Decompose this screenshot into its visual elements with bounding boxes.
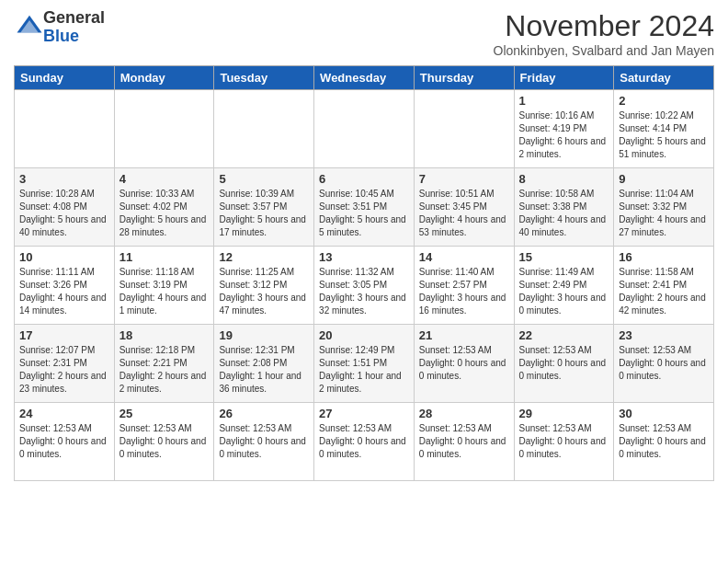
day-number: 1 — [519, 94, 609, 108]
day-number: 25 — [119, 407, 210, 420]
day-info: Sunrise: 11:32 AM Sunset: 3:05 PM Daylig… — [319, 266, 409, 317]
calendar-cell: 11Sunrise: 11:18 AM Sunset: 3:19 PM Dayl… — [114, 247, 214, 325]
day-info: Sunset: 12:53 AM Daylight: 0 hours and 0… — [319, 422, 409, 461]
calendar-week-row: 24Sunset: 12:53 AM Daylight: 0 hours and… — [15, 403, 714, 481]
day-number: 10 — [19, 250, 109, 264]
day-info: Sunset: 12:53 AM Daylight: 0 hours and 0… — [519, 422, 609, 461]
calendar-week-row: 10Sunrise: 11:11 AM Sunset: 3:26 PM Dayl… — [15, 247, 714, 325]
day-of-week-header: Sunday — [15, 66, 115, 90]
calendar-week-row: 3Sunrise: 10:28 AM Sunset: 4:08 PM Dayli… — [15, 168, 714, 247]
month-title: November 2024 — [494, 9, 714, 43]
day-info: Sunrise: 12:49 PM Sunset: 1:51 PM Daylig… — [319, 344, 409, 396]
logo-general: General — [43, 8, 105, 27]
day-number: 9 — [619, 172, 709, 186]
day-number: 23 — [619, 328, 709, 342]
day-info: Sunrise: 11:49 AM Sunset: 2:49 PM Daylig… — [519, 266, 609, 317]
location: Olonkinbyen, Svalbard and Jan Mayen — [494, 43, 714, 58]
calendar-cell: 15Sunrise: 11:49 AM Sunset: 2:49 PM Dayl… — [514, 247, 614, 325]
day-info: Sunrise: 10:58 AM Sunset: 3:38 PM Daylig… — [519, 188, 609, 239]
day-info: Sunrise: 10:51 AM Sunset: 3:45 PM Daylig… — [419, 188, 509, 239]
calendar-cell: 3Sunrise: 10:28 AM Sunset: 4:08 PM Dayli… — [15, 168, 115, 247]
calendar-cell: 9Sunrise: 11:04 AM Sunset: 3:32 PM Dayli… — [614, 168, 714, 247]
day-info: Sunrise: 12:18 PM Sunset: 2:21 PM Daylig… — [119, 344, 210, 396]
day-info: Sunrise: 12:07 PM Sunset: 2:31 PM Daylig… — [19, 344, 109, 396]
day-info: Sunrise: 10:39 AM Sunset: 3:57 PM Daylig… — [219, 188, 309, 239]
day-info: Sunrise: 11:04 AM Sunset: 3:32 PM Daylig… — [619, 188, 709, 239]
day-info: Sunset: 12:53 AM Daylight: 0 hours and 0… — [419, 344, 509, 383]
day-number: 15 — [519, 250, 609, 264]
day-number: 5 — [219, 172, 309, 186]
day-info: Sunrise: 10:16 AM Sunset: 4:19 PM Daylig… — [519, 109, 609, 161]
day-info: Sunrise: 11:58 AM Sunset: 2:41 PM Daylig… — [619, 266, 709, 317]
day-info: Sunrise: 11:18 AM Sunset: 3:19 PM Daylig… — [119, 266, 210, 317]
day-number: 22 — [519, 328, 609, 342]
calendar-cell: 10Sunrise: 11:11 AM Sunset: 3:26 PM Dayl… — [15, 247, 115, 325]
calendar-cell: 24Sunset: 12:53 AM Daylight: 0 hours and… — [15, 403, 115, 481]
header: General Blue November 2024 Olonkinbyen, … — [14, 9, 714, 58]
calendar-cell — [15, 90, 115, 168]
calendar-table: SundayMondayTuesdayWednesdayThursdayFrid… — [14, 65, 714, 481]
calendar-cell: 17Sunrise: 12:07 PM Sunset: 2:31 PM Dayl… — [15, 325, 115, 403]
calendar-cell: 2Sunrise: 10:22 AM Sunset: 4:14 PM Dayli… — [614, 90, 714, 168]
calendar-cell: 25Sunset: 12:53 AM Daylight: 0 hours and… — [114, 403, 214, 481]
day-number: 11 — [119, 250, 210, 264]
day-info: Sunrise: 10:45 AM Sunset: 3:51 PM Daylig… — [319, 188, 409, 239]
calendar-week-row: 17Sunrise: 12:07 PM Sunset: 2:31 PM Dayl… — [15, 325, 714, 403]
calendar-cell — [214, 90, 314, 168]
day-number: 3 — [19, 172, 109, 186]
day-info: Sunset: 12:53 AM Daylight: 0 hours and 0… — [619, 344, 709, 383]
calendar-cell: 7Sunrise: 10:51 AM Sunset: 3:45 PM Dayli… — [414, 168, 514, 247]
calendar-cell — [414, 90, 514, 168]
calendar-cell — [114, 90, 214, 168]
day-of-week-header: Thursday — [414, 66, 514, 90]
day-number: 28 — [419, 407, 509, 420]
day-info: Sunset: 12:53 AM Daylight: 0 hours and 0… — [119, 422, 210, 461]
day-number: 30 — [619, 407, 709, 420]
calendar-cell: 23Sunset: 12:53 AM Daylight: 0 hours and… — [614, 325, 714, 403]
day-number: 7 — [419, 172, 509, 186]
calendar-week-row: 1Sunrise: 10:16 AM Sunset: 4:19 PM Dayli… — [15, 90, 714, 168]
logo-text: General Blue — [43, 9, 105, 46]
calendar-cell: 12Sunrise: 11:25 AM Sunset: 3:12 PM Dayl… — [214, 247, 314, 325]
logo: General Blue — [14, 9, 105, 46]
day-number: 27 — [319, 407, 409, 420]
calendar-cell: 20Sunrise: 12:49 PM Sunset: 1:51 PM Dayl… — [314, 325, 415, 403]
day-number: 18 — [119, 328, 210, 342]
day-info: Sunset: 12:53 AM Daylight: 0 hours and 0… — [519, 344, 609, 383]
calendar-cell: 13Sunrise: 11:32 AM Sunset: 3:05 PM Dayl… — [314, 247, 415, 325]
day-info: Sunrise: 10:28 AM Sunset: 4:08 PM Daylig… — [19, 188, 109, 239]
day-number: 8 — [519, 172, 609, 186]
calendar-cell: 22Sunset: 12:53 AM Daylight: 0 hours and… — [514, 325, 614, 403]
day-of-week-header: Wednesday — [314, 66, 415, 90]
calendar-cell: 19Sunrise: 12:31 PM Sunset: 2:08 PM Dayl… — [214, 325, 314, 403]
calendar-cell: 27Sunset: 12:53 AM Daylight: 0 hours and… — [314, 403, 415, 481]
calendar-cell — [314, 90, 415, 168]
day-number: 16 — [619, 250, 709, 264]
day-info: Sunset: 12:53 AM Daylight: 0 hours and 0… — [219, 422, 309, 461]
day-of-week-header: Friday — [514, 66, 614, 90]
title-block: November 2024 Olonkinbyen, Svalbard and … — [494, 9, 714, 58]
calendar-cell: 1Sunrise: 10:16 AM Sunset: 4:19 PM Dayli… — [514, 90, 614, 168]
day-number: 19 — [219, 328, 309, 342]
day-info: Sunset: 12:53 AM Daylight: 0 hours and 0… — [419, 422, 509, 461]
day-info: Sunset: 12:53 AM Daylight: 0 hours and 0… — [619, 422, 709, 461]
calendar-cell: 5Sunrise: 10:39 AM Sunset: 3:57 PM Dayli… — [214, 168, 314, 247]
day-of-week-header: Saturday — [614, 66, 714, 90]
day-of-week-header: Tuesday — [214, 66, 314, 90]
day-info: Sunrise: 11:25 AM Sunset: 3:12 PM Daylig… — [219, 266, 309, 317]
day-info: Sunrise: 12:31 PM Sunset: 2:08 PM Daylig… — [219, 344, 309, 396]
calendar-cell: 21Sunset: 12:53 AM Daylight: 0 hours and… — [414, 325, 514, 403]
day-number: 2 — [619, 94, 709, 108]
calendar-cell: 18Sunrise: 12:18 PM Sunset: 2:21 PM Dayl… — [114, 325, 214, 403]
calendar-cell: 29Sunset: 12:53 AM Daylight: 0 hours and… — [514, 403, 614, 481]
calendar-cell: 4Sunrise: 10:33 AM Sunset: 4:02 PM Dayli… — [114, 168, 214, 247]
logo-icon — [16, 12, 43, 40]
calendar-cell: 6Sunrise: 10:45 AM Sunset: 3:51 PM Dayli… — [314, 168, 415, 247]
day-number: 4 — [119, 172, 210, 186]
day-number: 17 — [19, 328, 109, 342]
page-container: General Blue November 2024 Olonkinbyen, … — [0, 0, 728, 490]
day-number: 20 — [319, 328, 409, 342]
calendar-cell: 16Sunrise: 11:58 AM Sunset: 2:41 PM Dayl… — [614, 247, 714, 325]
day-number: 26 — [219, 407, 309, 420]
day-number: 12 — [219, 250, 309, 264]
